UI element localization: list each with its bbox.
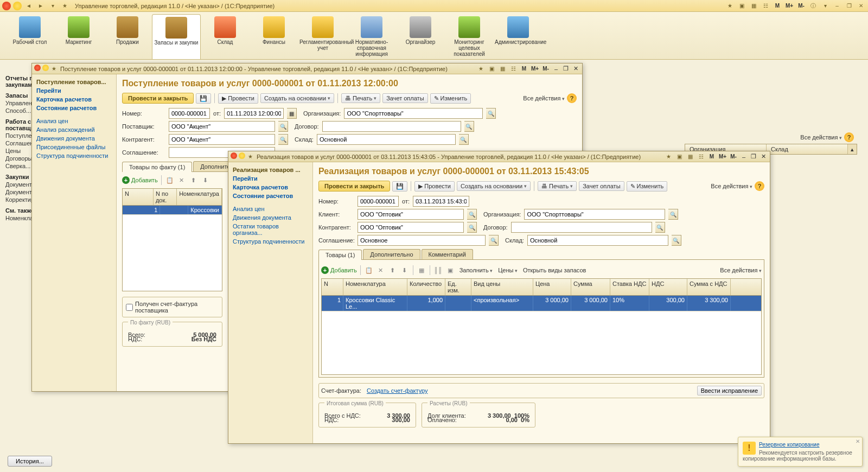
sidebar-link[interactable]: Анализ цен bbox=[36, 117, 112, 125]
all-actions-dropdown[interactable]: Все действия bbox=[711, 183, 752, 189]
close-icon[interactable]: ✕ bbox=[571, 65, 580, 73]
counter-input[interactable] bbox=[169, 134, 275, 145]
sidebar-link[interactable]: Перейти bbox=[233, 174, 308, 183]
minimize-icon[interactable]: – bbox=[832, 2, 842, 10]
star-icon[interactable]: ★ bbox=[476, 65, 486, 73]
post-button[interactable]: ▶ Провести bbox=[218, 93, 258, 104]
delete-icon[interactable]: ✕ bbox=[376, 265, 386, 275]
create-invoice-link[interactable]: Создать счет-фактуру bbox=[367, 387, 428, 394]
star-icon[interactable]: ★ bbox=[663, 152, 673, 161]
lookup-icon[interactable]: 🔍 bbox=[467, 209, 477, 220]
table-row[interactable]: 1Кроссовки Classic Le...1,000<произвольн… bbox=[322, 296, 761, 311]
column-header[interactable]: Ед. изм. bbox=[445, 279, 471, 295]
tab-additional[interactable]: Дополнительно bbox=[363, 249, 420, 259]
lookup-icon[interactable]: 🔍 bbox=[459, 134, 469, 145]
minimize-icon[interactable]: – bbox=[739, 153, 748, 161]
section-tab[interactable]: Склад bbox=[201, 14, 250, 59]
column-header[interactable]: Склад bbox=[767, 144, 848, 154]
column-header[interactable]: НДС bbox=[649, 279, 687, 295]
m-plus-button[interactable]: M+ bbox=[718, 152, 727, 161]
warehouse-input[interactable] bbox=[317, 134, 456, 145]
m-button[interactable]: M bbox=[773, 2, 782, 10]
sidebar-link[interactable]: Поступление товаров... bbox=[36, 78, 112, 86]
org-input[interactable] bbox=[344, 108, 483, 119]
delete-icon[interactable]: ✕ bbox=[177, 175, 187, 185]
scroll-up-icon[interactable]: ▴ bbox=[848, 144, 857, 154]
lookup-icon[interactable]: 🔍 bbox=[489, 235, 499, 246]
maximize-icon[interactable]: ❐ bbox=[561, 65, 570, 73]
post-and-close-button[interactable]: Провести и закрыть bbox=[122, 93, 194, 104]
sidebar-link[interactable]: Реализация товаров ... bbox=[233, 165, 308, 174]
edit-button[interactable]: ✎ Изменить bbox=[627, 181, 668, 192]
lookup-icon[interactable]: 🔍 bbox=[655, 222, 665, 233]
add-row-button[interactable]: Добавить bbox=[321, 266, 357, 274]
toolbar-icon[interactable]: ▣ bbox=[674, 152, 684, 161]
calc-icon[interactable]: ▦ bbox=[685, 152, 695, 161]
column-header[interactable]: Сумма с НДС bbox=[687, 279, 731, 295]
date-picker-icon[interactable]: ▦ bbox=[287, 108, 297, 119]
prices-dropdown[interactable]: Цены bbox=[498, 267, 518, 273]
sidebar-link[interactable]: Присоединенные файлы bbox=[36, 143, 112, 151]
help-icon[interactable]: ? bbox=[755, 181, 764, 191]
sidebar-link[interactable]: Структура подчиненности bbox=[36, 151, 112, 160]
lookup-icon[interactable]: 🔍 bbox=[486, 108, 496, 119]
lookup-icon[interactable]: 🔍 bbox=[278, 134, 288, 145]
m-button[interactable]: M bbox=[519, 65, 529, 73]
open-stock-types-link[interactable]: Открыть виды запасов bbox=[523, 267, 586, 273]
org-input[interactable] bbox=[524, 209, 665, 220]
warehouse-input[interactable] bbox=[527, 235, 668, 246]
toolbar-icon[interactable]: ▣ bbox=[737, 2, 746, 10]
column-header[interactable]: Номенклатура bbox=[343, 279, 407, 295]
move-up-icon[interactable]: ⬆ bbox=[189, 175, 199, 185]
all-actions-dropdown[interactable]: Все действия bbox=[523, 95, 565, 101]
minimize-icon[interactable]: – bbox=[552, 65, 560, 73]
all-actions-dropdown[interactable]: Все действия bbox=[720, 267, 762, 273]
move-down-icon[interactable]: ⬇ bbox=[201, 175, 210, 185]
column-header[interactable]: N bbox=[123, 189, 154, 205]
maximize-icon[interactable]: ❐ bbox=[749, 153, 758, 161]
column-header[interactable]: Количество bbox=[407, 279, 445, 295]
options-dropdown-icon[interactable]: ▾ bbox=[820, 2, 830, 10]
m-minus-button[interactable]: M- bbox=[541, 65, 551, 73]
section-tab[interactable]: Продажи bbox=[103, 14, 152, 59]
move-down-icon[interactable]: ⬇ bbox=[400, 265, 410, 275]
section-tab[interactable]: Органайзер bbox=[396, 14, 445, 59]
sidebar-link[interactable]: Движения документа bbox=[36, 134, 112, 143]
star-icon[interactable]: ★ bbox=[247, 152, 253, 161]
calendar-icon[interactable]: ☷ bbox=[761, 2, 770, 10]
save-icon[interactable]: 💾 bbox=[196, 93, 211, 104]
tab-goods[interactable]: Товары по факту (1) bbox=[122, 162, 192, 172]
fill-dropdown[interactable]: Заполнить bbox=[459, 267, 493, 273]
add-row-button[interactable]: Добавить bbox=[122, 176, 158, 184]
barcode-icon[interactable]: ║║ bbox=[433, 265, 443, 275]
notif-title-link[interactable]: Резервное копирование bbox=[743, 442, 858, 448]
sidebar-link[interactable]: Состояние расчетов bbox=[36, 104, 112, 112]
lookup-icon[interactable]: 🔍 bbox=[668, 209, 678, 220]
lookup-icon[interactable]: 🔍 bbox=[672, 235, 681, 246]
sidebar-link[interactable]: Анализ цен bbox=[233, 205, 308, 213]
print-dropdown[interactable]: 🖶 Печать bbox=[538, 181, 577, 191]
section-tab[interactable]: Нормативно-справочная информация bbox=[347, 14, 396, 59]
section-tab[interactable]: Регламентированный учет bbox=[298, 14, 347, 59]
m-minus-button[interactable]: M- bbox=[796, 2, 806, 10]
copy-icon[interactable]: 📋 bbox=[364, 265, 374, 275]
column-header[interactable]: Номенклатура bbox=[177, 189, 222, 205]
sidebar-link[interactable]: Карточка расчетов bbox=[36, 95, 112, 104]
column-header[interactable]: Ставка НДС bbox=[610, 279, 649, 295]
enter-correction-button[interactable]: Ввести исправление bbox=[697, 386, 762, 396]
column-header[interactable]: Вид цены bbox=[471, 279, 533, 295]
close-icon[interactable]: ✕ bbox=[856, 438, 860, 444]
payment-offset-button[interactable]: Зачет оплаты bbox=[579, 181, 624, 191]
calc-icon[interactable]: ▦ bbox=[497, 65, 507, 73]
nav-fwd-icon[interactable]: ► bbox=[36, 2, 46, 10]
number-input[interactable] bbox=[358, 196, 399, 207]
calc-icon[interactable]: ▦ bbox=[749, 2, 758, 10]
date-input[interactable] bbox=[224, 108, 284, 119]
m-button[interactable]: M bbox=[707, 152, 717, 161]
nav-dropdown-icon[interactable]: ▾ bbox=[48, 2, 58, 10]
grid-icon[interactable]: ▦ bbox=[417, 265, 426, 275]
contract-input[interactable] bbox=[322, 121, 461, 132]
maximize-icon[interactable]: ❐ bbox=[844, 2, 854, 10]
date-input[interactable] bbox=[413, 196, 469, 207]
help-icon[interactable]: ? bbox=[567, 93, 577, 103]
